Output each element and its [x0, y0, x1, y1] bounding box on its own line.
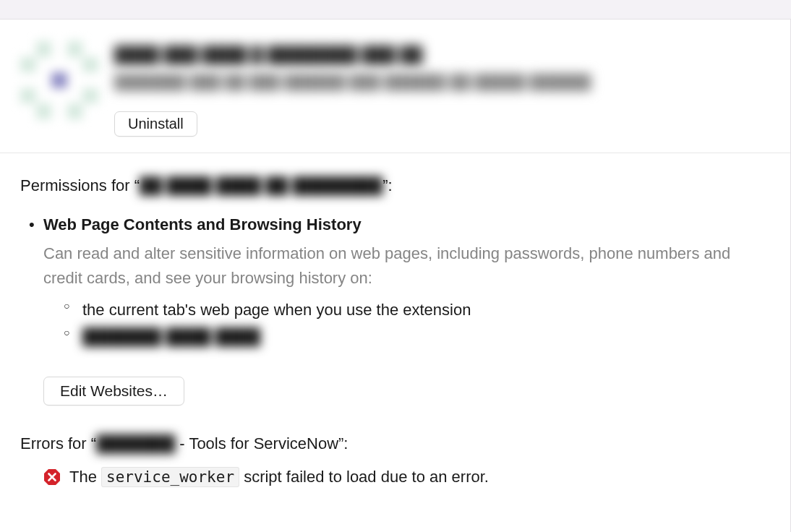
permissions-heading-name: ██ ████ ████ ██ ████████: [140, 176, 382, 195]
error-message-pre: The: [69, 468, 101, 486]
errors-heading-name: ███████: [96, 434, 175, 453]
error-code: service_worker: [101, 467, 239, 487]
uninstall-button[interactable]: Uninstall: [114, 111, 197, 137]
errors-heading: Errors for “███████ - Tools for ServiceN…: [20, 434, 770, 453]
extension-title: ████ ███ ████ █ ████████ ███ ██: [114, 44, 770, 66]
permissions-list: Web Page Contents and Browsing History C…: [20, 215, 770, 351]
error-message-post: script failed to load due to an error.: [239, 468, 489, 486]
error-row: The service_worker script failed to load…: [20, 468, 770, 486]
permissions-heading-suffix: ”:: [382, 176, 392, 194]
extension-details-panel: ████ ███ ████ █ ████████ ███ ██ ███████ …: [0, 19, 791, 532]
permission-description: Can read and alter sensitive information…: [43, 241, 770, 291]
error-message: The service_worker script failed to load…: [69, 468, 489, 486]
permission-sublist: the current tab's web page when you use …: [43, 296, 770, 351]
extension-icon: [20, 41, 98, 119]
extension-header: ████ ███ ████ █ ████████ ███ ██ ███████ …: [0, 20, 790, 153]
permission-item: Web Page Contents and Browsing History C…: [29, 215, 770, 351]
permissions-heading-prefix: Permissions for “: [20, 176, 140, 194]
error-icon: [43, 468, 61, 486]
extension-body: Permissions for “██ ████ ████ ██ ███████…: [0, 153, 790, 501]
permission-subitem-text: ███████ ████ ████: [82, 323, 260, 350]
errors-heading-visible: - Tools for ServiceNow”:: [175, 434, 348, 452]
extension-description: ███████ ███ ██ ███ ██████ ███ ██████ ██ …: [114, 71, 770, 93]
permissions-heading: Permissions for “██ ████ ████ ██ ███████…: [20, 176, 770, 195]
permission-title: Web Page Contents and Browsing History: [43, 215, 770, 234]
errors-heading-prefix: Errors for “: [20, 434, 96, 452]
extension-header-text: ████ ███ ████ █ ████████ ███ ██ ███████ …: [114, 41, 770, 137]
permission-subitem: ███████ ████ ████: [64, 323, 770, 350]
permission-subitem: the current tab's web page when you use …: [64, 296, 770, 323]
permission-subitem-text: the current tab's web page when you use …: [82, 301, 471, 319]
edit-websites-button[interactable]: Edit Websites…: [43, 377, 184, 406]
